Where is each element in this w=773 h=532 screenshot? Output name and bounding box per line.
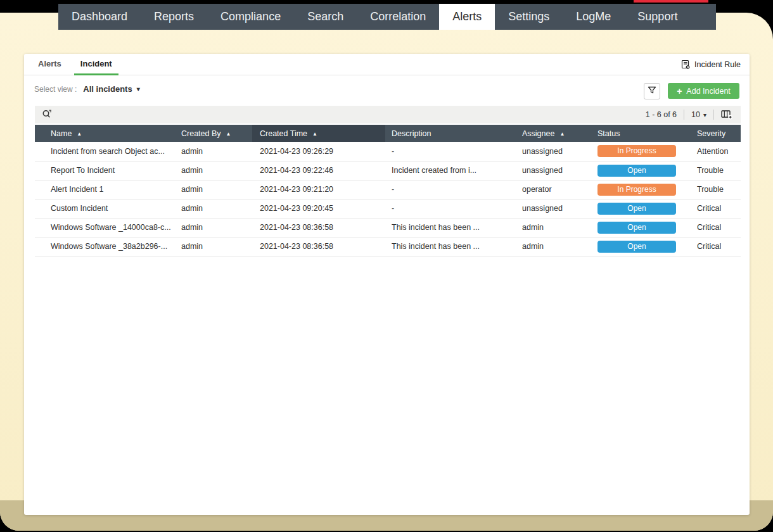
col-header-label: Severity — [697, 129, 725, 138]
cell-description: This incident has been ... — [385, 237, 516, 256]
nav-item-correlation[interactable]: Correlation — [357, 4, 439, 30]
col-header-label: Status — [597, 129, 620, 138]
cell-description: - — [385, 142, 516, 161]
view-dropdown-value: All incidents — [83, 84, 132, 94]
document-gear-icon — [680, 60, 691, 70]
status-badge: In Progress — [597, 184, 676, 196]
status-badge: Open — [597, 222, 676, 234]
status-badge: Open — [597, 241, 676, 253]
col-header-description: Description — [385, 125, 516, 142]
incident-rule-button[interactable]: Incident Rule — [680, 54, 741, 75]
cell-created-by: admin — [181, 142, 252, 161]
sort-asc-icon: ▲ — [559, 131, 565, 137]
status-badge: Open — [597, 203, 676, 215]
sort-asc-icon: ▲ — [312, 131, 317, 137]
table-row[interactable]: Report To Incidentadmin2021-04-23 09:22:… — [35, 161, 741, 180]
incident-table: Name▲Created By▲Created Time▲Description… — [35, 125, 741, 256]
table-row[interactable]: Incident from search Object ac...admin20… — [35, 142, 741, 161]
divider — [684, 110, 684, 120]
cell-severity: Attention — [681, 142, 741, 161]
nav-item-logme[interactable]: LogMe — [563, 4, 624, 30]
cell-description: - — [385, 199, 516, 218]
nav-item-search[interactable]: Search — [294, 4, 357, 30]
nav-item-dashboard[interactable]: Dashboard — [58, 4, 141, 30]
nav-item-settings[interactable]: Settings — [495, 4, 563, 30]
cell-name: Incident from search Object ac... — [35, 142, 181, 161]
cell-created-time: 2021-04-23 08:36:58 — [252, 237, 385, 256]
tab-alerts[interactable]: Alerts — [32, 54, 68, 75]
col-header-assignee[interactable]: Assignee▲ — [516, 125, 591, 142]
top-navigation: DashboardReportsComplianceSearchCorrelat… — [58, 4, 716, 30]
col-header-created-by[interactable]: Created By▲ — [181, 125, 252, 142]
cell-severity: Critical — [681, 199, 741, 218]
cell-assignee: operator — [516, 180, 591, 199]
col-header-status: Status — [591, 125, 681, 142]
col-header-label: Description — [392, 129, 431, 138]
cell-created-time: 2021-04-23 09:20:45 — [252, 199, 385, 218]
cell-name: Custom Incident — [35, 199, 181, 218]
cell-severity: Trouble — [681, 161, 741, 180]
table-row[interactable]: Alert Incident 1admin2021-04-23 09:21:20… — [35, 180, 741, 199]
col-header-label: Name — [51, 129, 72, 138]
cell-status: In Progress — [591, 180, 681, 199]
controls-row: Select view : All incidents ▾ + Add Inci… — [24, 75, 750, 106]
cell-severity: Critical — [681, 218, 741, 237]
cell-description: - — [385, 180, 516, 199]
nav-item-support[interactable]: Support — [624, 4, 691, 30]
table-row[interactable]: Custom Incidentadmin2021-04-23 09:20:45-… — [35, 199, 741, 218]
col-header-label: Assignee — [522, 129, 554, 138]
cell-assignee: unassigned — [516, 142, 591, 161]
cell-status: Open — [591, 199, 681, 218]
cell-assignee: unassigned — [516, 199, 591, 218]
add-incident-button[interactable]: + Add Incident — [668, 83, 739, 99]
cell-severity: Critical — [681, 237, 741, 256]
cell-name: Windows Software _38a2b296-... — [35, 237, 181, 256]
col-header-severity: Severity — [681, 125, 741, 142]
cell-created-by: admin — [181, 199, 252, 218]
cell-status: Open — [591, 161, 681, 180]
filter-icon — [648, 86, 656, 96]
col-header-created-time[interactable]: Created Time▲ — [252, 125, 385, 142]
incident-rule-label: Incident Rule — [694, 60, 741, 69]
page-size-dropdown[interactable]: 10 ▾ — [691, 110, 706, 119]
page-size-value: 10 — [691, 110, 700, 119]
column-chooser-icon[interactable] — [721, 110, 733, 120]
nav-item-alerts[interactable]: Alerts — [439, 4, 495, 30]
tab-incident[interactable]: Incident — [74, 54, 118, 75]
filter-button[interactable] — [644, 83, 660, 99]
caret-down-icon: ▾ — [703, 111, 706, 118]
incident-panel: AlertsIncident Incident — [24, 54, 750, 515]
cell-created-time: 2021-04-23 09:21:20 — [252, 180, 385, 199]
table-row[interactable]: Windows Software _14000ca8-c...admin2021… — [35, 218, 741, 237]
cell-created-by: admin — [181, 218, 252, 237]
cell-created-time: 2021-04-23 09:22:46 — [252, 161, 385, 180]
nav-item-reports[interactable]: Reports — [141, 4, 207, 30]
table-header-row: Name▲Created By▲Created Time▲Description… — [35, 125, 741, 142]
cell-assignee: admin — [516, 218, 591, 237]
cell-assignee: unassigned — [516, 161, 591, 180]
cell-description: Incident created from i... — [385, 161, 516, 180]
nav-item-compliance[interactable]: Compliance — [207, 4, 294, 30]
search-bar[interactable]: 1 - 6 of 6 10 ▾ — [35, 106, 741, 124]
cell-created-by: admin — [181, 180, 252, 199]
view-dropdown[interactable]: All incidents ▾ — [83, 84, 139, 94]
select-view-label: Select view : — [34, 85, 77, 94]
status-badge: In Progress — [597, 145, 676, 157]
cell-name: Alert Incident 1 — [35, 180, 181, 199]
cell-severity: Trouble — [681, 180, 741, 199]
sort-asc-icon: ▲ — [77, 131, 82, 137]
panel-tabs: AlertsIncident — [32, 54, 125, 75]
pagination: 1 - 6 of 6 10 ▾ — [646, 110, 741, 120]
cell-created-by: admin — [181, 161, 252, 180]
cell-name: Windows Software _14000ca8-c... — [35, 218, 181, 237]
cell-created-time: 2021-04-23 08:36:58 — [252, 218, 385, 237]
plus-icon: + — [677, 87, 682, 96]
caret-down-icon: ▾ — [137, 86, 140, 92]
app-window: AlertsIncident Incident — [0, 13, 773, 531]
status-badge: Open — [597, 165, 676, 177]
add-incident-label: Add Incident — [686, 87, 731, 96]
search-icon[interactable] — [41, 108, 53, 122]
cell-description: This incident has been ... — [385, 218, 516, 237]
table-row[interactable]: Windows Software _38a2b296-...admin2021-… — [35, 237, 741, 256]
col-header-name[interactable]: Name▲ — [35, 125, 181, 142]
